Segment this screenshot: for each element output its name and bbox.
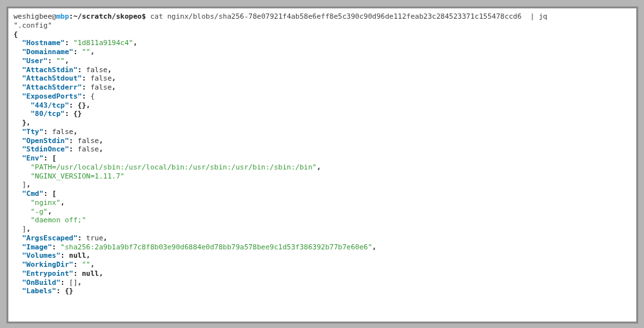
json-comma: ,	[86, 101, 91, 110]
json-comma: ,	[48, 207, 52, 216]
json-colon: :	[82, 83, 90, 92]
json-val-hostname: "1d811a9194c4"	[73, 39, 133, 47]
json-key-user: "User"	[22, 57, 48, 65]
json-colon: :	[82, 92, 90, 101]
json-colon: :	[69, 145, 77, 153]
jq-arg: ".config"	[14, 21, 52, 30]
json-colon: :	[77, 234, 86, 242]
json-open-arr: [	[52, 189, 57, 198]
json-val-true: true	[86, 234, 104, 242]
json-comma: ,	[26, 180, 31, 189]
json-comma: ,	[90, 260, 95, 269]
json-val-domainname: ""	[82, 48, 90, 56]
json-key-hostname: "Hostname"	[22, 39, 64, 47]
json-comma: ,	[90, 48, 95, 56]
json-colon: :	[64, 110, 73, 118]
json-comma: ,	[86, 251, 91, 260]
json-empty-obj: {}	[77, 101, 86, 110]
json-comma: ,	[99, 137, 103, 145]
json-colon: :	[61, 251, 69, 260]
json-colon: :	[82, 74, 90, 82]
json-colon: :	[43, 154, 52, 162]
json-colon: :	[43, 189, 52, 198]
json-close-arr: ]	[22, 180, 26, 189]
json-val-false: false	[86, 66, 108, 74]
json-key-image: "Image"	[22, 243, 52, 251]
json-colon: :	[43, 128, 52, 136]
json-val-env-path: "PATH=/usr/local/sbin:/usr/local/bin:/us…	[31, 163, 317, 171]
json-colon: :	[69, 101, 77, 110]
command-jq: jq	[539, 12, 547, 21]
json-comma: ,	[317, 163, 321, 171]
json-val-false: false	[90, 74, 112, 82]
json-key-labels: "Labels"	[22, 287, 56, 295]
pipe-symbol: |	[530, 12, 534, 21]
json-colon: :	[73, 269, 82, 278]
json-colon: :	[48, 57, 56, 65]
json-val-cmd-g: "-g"	[31, 207, 48, 216]
json-colon: :	[69, 137, 77, 145]
json-colon: :	[61, 278, 69, 287]
json-key-tty: "Tty"	[22, 128, 43, 136]
json-comma: ,	[73, 128, 78, 136]
json-val-false: false	[77, 137, 99, 145]
json-comma: ,	[112, 74, 116, 82]
terminal-window[interactable]: weshigbee@mbp:~/scratch/skopeo$ cat ngin…	[6, 6, 638, 323]
json-colon: :	[77, 66, 86, 74]
command-cat: cat nginx/blobs/sha256-78e07921f4ab58e6e…	[150, 12, 522, 21]
json-key-workingdir: "WorkingDir"	[22, 260, 73, 269]
json-colon: :	[64, 39, 73, 47]
prompt-user: weshigbee@	[14, 12, 56, 21]
json-key-attachstderr: "AttachStderr"	[22, 83, 82, 92]
json-comma: ,	[108, 66, 112, 74]
json-open-obj: {	[90, 92, 95, 101]
json-comma: ,	[103, 234, 108, 242]
json-comma: ,	[77, 278, 82, 287]
json-key-domainname: "Domainname"	[22, 48, 73, 56]
prompt-sep: :	[69, 12, 73, 21]
json-key-volumes: "Volumes"	[22, 251, 61, 260]
json-val-false: false	[77, 145, 99, 153]
json-key-exposedports: "ExposedPorts"	[22, 92, 82, 101]
json-val-null: null	[82, 269, 99, 278]
json-val-emptyobj: {}	[64, 287, 73, 295]
json-val-cmd-nginx: "nginx"	[31, 198, 61, 207]
json-key-attachstdin: "AttachStdin"	[22, 66, 77, 74]
json-val-cmd-daemon: "daemon off;"	[31, 216, 86, 224]
json-comma: ,	[26, 225, 31, 233]
json-close-brace-comma: },	[22, 119, 30, 127]
json-key-stdinonce: "StdinOnce"	[22, 145, 69, 153]
json-val-env-nginx: "NGINX_VERSION=1.11.7"	[31, 172, 125, 180]
json-key-cmd: "Cmd"	[22, 189, 43, 198]
json-key-onbuild: "OnBuild"	[22, 278, 61, 287]
json-key-argsescaped: "ArgsEscaped"	[22, 234, 77, 242]
json-empty-obj: {}	[73, 110, 82, 118]
json-comma: ,	[372, 243, 376, 251]
json-val-null: null	[69, 251, 86, 260]
json-colon: :	[73, 260, 82, 269]
json-colon: :	[73, 48, 82, 56]
json-comma: ,	[99, 269, 103, 278]
prompt-host: mbp	[56, 12, 69, 21]
json-close-arr: ]	[22, 225, 26, 233]
json-key-port80: "80/tcp"	[31, 110, 65, 118]
json-colon: :	[52, 243, 61, 251]
json-colon: :	[56, 287, 64, 295]
json-val-image: "sha256:2a9b1a9bf7c8f8b03e90d6884e0d78bb…	[61, 243, 372, 251]
json-comma: ,	[112, 83, 116, 92]
json-open-brace: {	[14, 30, 18, 39]
json-val-workingdir: ""	[82, 260, 90, 269]
prompt-dollar: $	[142, 12, 146, 21]
json-comma: ,	[65, 57, 70, 65]
json-key-env: "Env"	[22, 154, 43, 162]
prompt-path: ~/scratch/skopeo	[73, 12, 142, 21]
json-val-false: false	[52, 128, 73, 136]
json-key-port443: "443/tcp"	[31, 101, 70, 110]
json-val-user: ""	[56, 57, 64, 65]
json-open-arr: [	[52, 154, 57, 162]
json-val-emptyarr: []	[69, 278, 77, 287]
json-comma: ,	[99, 145, 103, 153]
json-key-entrypoint: "Entrypoint"	[22, 269, 73, 278]
json-comma: ,	[133, 39, 137, 47]
json-comma: ,	[61, 198, 65, 207]
